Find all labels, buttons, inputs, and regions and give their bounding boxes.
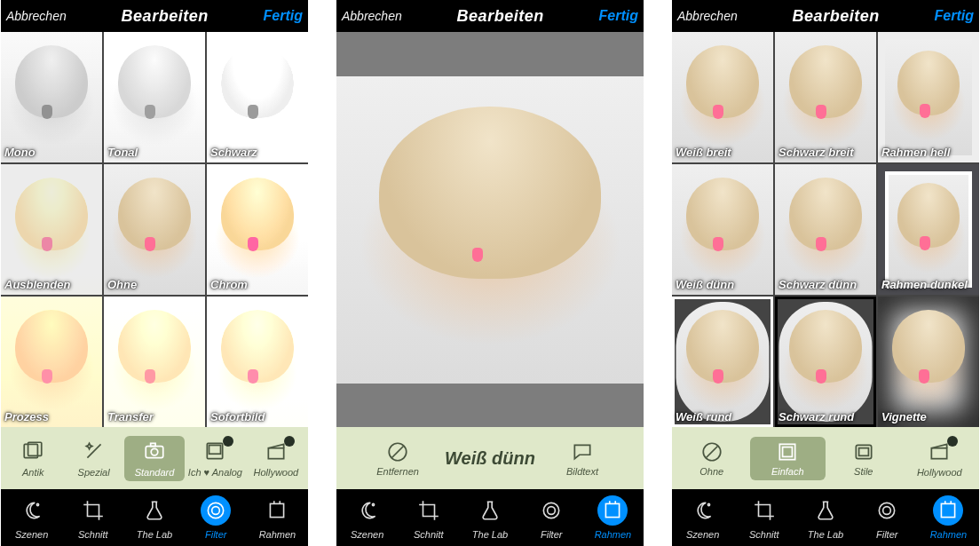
frame-icon [937, 499, 960, 522]
filter-thumb[interactable]: Ausblenden [1, 164, 102, 295]
nav-rahmen[interactable]: Rahmen [247, 489, 308, 546]
cat-einfach[interactable]: Einfach [750, 437, 826, 480]
cat-label: Ich ♥ Analog [188, 467, 242, 478]
filter-thumb[interactable]: Mono [1, 32, 102, 162]
svg-rect-19 [783, 447, 793, 456]
camera-icon [143, 439, 166, 464]
remove-label: Entfernen [376, 466, 419, 477]
filter-thumb[interactable]: Tonal [104, 32, 205, 162]
cat-stile[interactable]: Stile [826, 437, 902, 480]
cat-ohne[interactable]: Ohne [674, 437, 750, 480]
filter-thumb[interactable]: Ohne [104, 164, 205, 295]
image-stage[interactable] [336, 32, 644, 427]
bottom-nav: Szenen Schnitt The Lab Filter Rahmen [336, 489, 644, 546]
filter-thumb[interactable]: Sofortbild [207, 297, 308, 427]
filter-grid: Mono Tonal Schwarz Ausblenden Ohne Chrom… [1, 32, 308, 427]
filter-thumb[interactable]: Schwarz [207, 32, 308, 162]
filter-label: Mono [4, 146, 99, 159]
header: Abbrechen Bearbeiten Fertig [1, 0, 308, 32]
nav-label: Rahmen [595, 529, 632, 540]
cat-label: Ohne [699, 466, 723, 477]
nav-schnitt[interactable]: Schnitt [398, 489, 459, 546]
crop-icon [417, 499, 440, 522]
cat-spezial[interactable]: Spezial [63, 436, 123, 481]
nav-label: Szenen [686, 529, 719, 540]
svg-point-9 [209, 502, 224, 518]
filter-label: Tonal [107, 146, 202, 159]
frame-label: Rahmen hell [881, 146, 976, 159]
frame-thumb[interactable]: Schwarz rund [775, 297, 876, 427]
wand-icon [83, 439, 106, 464]
nav-szenen[interactable]: Szenen [1, 489, 62, 546]
frame-thumb[interactable]: Schwarz breit [775, 32, 876, 162]
header-title: Bearbeiten [457, 7, 544, 26]
cat-hollywood[interactable]: Hollywood [902, 436, 978, 481]
remove-button[interactable]: Entfernen [351, 437, 445, 480]
filter-label: Sofortbild [210, 410, 304, 423]
cancel-button[interactable]: Abbrechen [6, 9, 67, 23]
filter-thumb[interactable]: Transfer [104, 297, 205, 427]
cat-label: Einfach [771, 466, 804, 477]
nav-filter[interactable]: Filter [186, 489, 247, 546]
svg-point-10 [212, 507, 220, 515]
cat-analog[interactable]: Ich ♥ Analog [185, 436, 245, 481]
nav-label: Rahmen [930, 529, 968, 540]
cat-label: Hollywood [253, 467, 298, 478]
cat-antik[interactable]: Antik [3, 436, 63, 481]
nav-thelab[interactable]: The Lab [794, 489, 856, 546]
polaroid-icon [203, 439, 226, 464]
frame-thumb[interactable]: Weiß rund [672, 297, 773, 427]
frame-thumb[interactable]: Schwarz dünn [775, 164, 876, 295]
cancel-button[interactable]: Abbrechen [677, 9, 738, 23]
frame-category-strip: Ohne Einfach Stile Hollywood [672, 427, 979, 489]
filter-label: Transfer [107, 410, 202, 423]
filter-category-strip: Antik Spezial Standard Ich ♥ Analog Holl… [1, 427, 308, 489]
moon-stars-icon [20, 499, 43, 522]
nav-thelab[interactable]: The Lab [459, 489, 520, 546]
nav-szenen[interactable]: Szenen [336, 489, 398, 546]
frame-thumb[interactable]: Rahmen dunkel [878, 164, 979, 295]
svg-rect-21 [858, 447, 868, 455]
nav-label: The Lab [808, 529, 843, 540]
frame-thumb[interactable]: Rahmen hell [878, 32, 979, 162]
done-button[interactable]: Fertig [599, 8, 638, 24]
nav-rahmen[interactable]: Rahmen [582, 489, 644, 546]
svg-point-14 [544, 502, 559, 518]
crop-icon [753, 499, 776, 522]
nav-schnitt[interactable]: Schnitt [62, 489, 123, 546]
svg-rect-7 [268, 447, 283, 458]
square-icon [776, 440, 799, 463]
lens-icon [540, 499, 563, 522]
filter-thumb[interactable]: Prozess [1, 297, 102, 427]
caption-button[interactable]: Bildtext [535, 437, 629, 480]
frame-label: Weiß breit [676, 146, 770, 159]
film-stack-icon [21, 439, 44, 464]
filter-label: Ohne [107, 278, 202, 291]
svg-point-13 [372, 503, 374, 505]
frame-thumb[interactable]: Weiß breit [672, 32, 773, 162]
screen-filter: Abbrechen Bearbeiten Fertig Mono Tonal S… [1, 0, 308, 546]
screen-stage: Abbrechen Bearbeiten Fertig Entfernen We… [336, 0, 644, 546]
crop-icon [82, 499, 105, 522]
nav-thelab[interactable]: The Lab [123, 489, 185, 546]
bottom-nav: Szenen Schnitt The Lab Filter Rahmen [672, 489, 979, 546]
nav-szenen[interactable]: Szenen [672, 489, 733, 546]
svg-rect-4 [151, 443, 155, 446]
nav-filter[interactable]: Filter [521, 489, 582, 546]
done-button[interactable]: Fertig [264, 8, 303, 24]
cat-standard[interactable]: Standard [124, 436, 185, 481]
filter-thumb[interactable]: Chrom [207, 164, 308, 295]
nav-label: Rahmen [259, 529, 296, 540]
flask-icon [478, 499, 502, 522]
cat-hollywood[interactable]: Hollywood [246, 436, 306, 481]
nav-rahmen[interactable]: Rahmen [918, 489, 979, 546]
nav-schnitt[interactable]: Schnitt [733, 489, 794, 546]
nav-filter[interactable]: Filter [857, 489, 918, 546]
stage-action-strip: Entfernen Weiß dünn Bildtext [336, 427, 644, 489]
done-button[interactable]: Fertig [935, 8, 974, 24]
frame-thumb[interactable]: Weiß dünn [672, 164, 773, 295]
svg-point-8 [36, 503, 38, 505]
frame-thumb[interactable]: Vignette [878, 297, 979, 427]
cat-label: Standard [135, 467, 175, 478]
cancel-button[interactable]: Abbrechen [342, 9, 402, 23]
